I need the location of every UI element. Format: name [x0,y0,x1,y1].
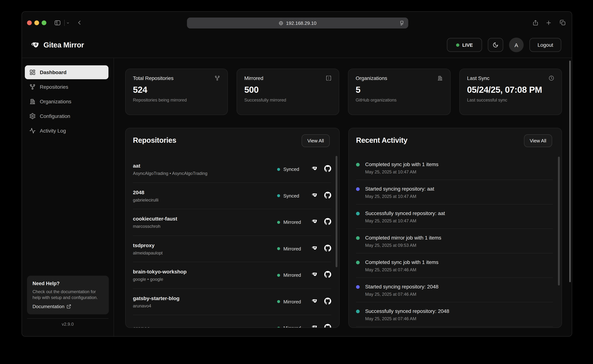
repo-status-badge: Mirrored [277,325,306,328]
back-icon[interactable] [77,20,83,26]
activity-item[interactable]: Completed sync job with 1 items May 25, … [356,156,553,180]
toolbar-divider [64,20,65,26]
git-fork-icon [29,84,36,90]
github-link[interactable] [324,218,331,227]
github-link[interactable] [324,192,331,200]
gitea-logo-icon [30,40,40,50]
theme-toggle-button[interactable] [488,38,503,52]
repo-info: gatsby-starter-blog arunavo4 [133,295,179,309]
chevron-down-icon[interactable] [66,21,70,25]
repositories-scrollbar[interactable] [336,156,337,267]
sidebar-item-organizations[interactable]: Organizations [25,95,108,108]
repo-owner: arunavo4 [133,303,179,309]
gitea-link[interactable] [312,245,318,253]
activity-item[interactable]: Completed sync job with 1 items May 25, … [356,253,553,278]
stat-card-mirrored: Mirrored 500 Successfully mirrored [237,69,339,115]
activity-time: May 25, 2025 at 09:53 AM [365,242,553,248]
repositories-view-all-button[interactable]: View All [301,134,330,147]
activity-item[interactable]: Started syncing repository: 2048 May 25,… [356,278,553,302]
sidebar-item-dashboard[interactable]: Dashboard [25,65,108,79]
activity-title: Successfully synced repository: aat [365,209,553,217]
activity-dot-icon [356,212,360,215]
github-link[interactable] [324,298,331,306]
stat-label: Mirrored [244,75,263,81]
status-dot-icon [277,300,280,303]
sidebar-nav: Dashboard Repositories Organizations Con… [25,65,108,138]
sidebar-divider [27,318,108,319]
activity-view-all-button[interactable]: View All [524,134,552,147]
repo-status-badge: Synced [277,167,306,172]
page-settings-icon[interactable] [399,20,404,26]
activity-scrollbar[interactable] [558,157,560,286]
activity-item[interactable]: Successfully synced repository: aat May … [356,204,553,229]
new-tab-icon[interactable] [546,20,552,26]
stat-value: 05/24/25, 07:08 PM [467,85,554,95]
activity-time: May 25, 2025 at 07:46 AM [365,291,553,297]
gitea-link[interactable] [312,192,318,200]
brand: Gitea Mirror [30,40,84,50]
page-scrollbar[interactable] [569,61,571,282]
github-link[interactable] [324,271,331,280]
share-icon[interactable] [532,19,539,26]
logout-button[interactable]: Logout [529,38,561,52]
stat-sub: Repositories being mirrored [133,98,220,103]
sidebar-item-label: Dashboard [40,69,66,75]
live-status-badge[interactable]: LIVE [447,38,482,52]
activity-item[interactable]: Started syncing repository: aat May 25, … [356,180,553,204]
stat-sub: GitHub organizations [356,98,443,103]
stat-sub: Last successful sync [467,98,554,103]
repo-status-badge: Mirrored [277,246,306,252]
repo-row-gatsby-starter-blog[interactable]: gatsby-starter-blog arunavo4 Mirrored [133,289,331,315]
gitea-link[interactable] [312,272,318,279]
activity-item[interactable]: Successfully synced repository: 2048 May… [356,302,553,327]
repo-row-cookiecutter-faust[interactable]: cookiecutter-faust marcosschroh Mirrored [133,209,331,236]
repo-name: 2048 [133,189,158,196]
activity-item[interactable]: Completed mirror job with 1 items May 25… [356,229,553,253]
sidebar-toggle-icon[interactable] [54,19,61,26]
address-bar[interactable]: 192.168.29.10 [187,18,408,28]
repo-name: cookiecutter-faust [133,215,177,222]
tab-overview-icon[interactable] [559,19,566,26]
repo-name: cronos [133,325,150,328]
repo-status-label: Mirrored [283,273,301,278]
repo-name: aat [133,162,207,169]
repo-row-2048[interactable]: 2048 gabrielecirulli Synced [133,183,331,209]
documentation-link[interactable]: Documentation [33,304,103,309]
avatar[interactable]: A [509,38,524,52]
sidebar: Dashboard Repositories Organizations Con… [22,58,114,336]
repositories-list: aat AsyncAlgoTrading • AsyncAlgoTrading … [133,156,331,328]
repo-name: tsdproxy [133,242,163,249]
dashboard-icon [29,69,36,76]
repo-row-tsdproxy[interactable]: tsdproxy almeidapaulopt Mirrored [133,236,331,262]
gitea-link[interactable] [312,219,318,226]
repo-info: 2048 gabrielecirulli [133,189,158,203]
github-link[interactable] [324,165,331,174]
stat-label: Organizations [356,75,387,81]
repo-row-brain-tokyo-workshop[interactable]: brain-tokyo-workshop google • google Mir… [133,262,331,289]
repositories-panel-title: Repositories [133,136,176,145]
repo-row-cronos[interactable]: cronos Mirrored [133,315,331,328]
sidebar-item-activity-log[interactable]: Activity Log [25,124,108,138]
stat-value: 524 [133,85,220,95]
repo-info: aat AsyncAlgoTrading • AsyncAlgoTrading [133,162,207,176]
repo-row-aat[interactable]: aat AsyncAlgoTrading • AsyncAlgoTrading … [133,156,331,183]
close-button[interactable] [27,20,32,25]
gitea-link[interactable] [312,166,318,173]
sidebar-item-repositories[interactable]: Repositories [25,80,108,94]
activity-list: Completed sync job with 1 items May 25, … [356,156,553,327]
repo-owner: gabrielecirulli [133,197,158,203]
stat-sub: Successfully mirrored [244,98,332,103]
activity-title: Completed sync job with 1 items [365,161,553,168]
gitea-link[interactable] [312,298,318,306]
github-link[interactable] [324,245,331,253]
minimize-button[interactable] [34,20,39,25]
github-link[interactable] [324,324,331,328]
zoom-button[interactable] [42,20,46,25]
sidebar-item-configuration[interactable]: Configuration [25,109,108,123]
gitea-link[interactable] [312,324,318,328]
stat-cards-row: Total Repositories 524 Repositories bein… [125,69,562,115]
repo-actions: Synced [277,192,331,200]
avatar-initial: A [515,42,518,48]
activity-title: Successfully synced repository: 2048 [365,307,553,315]
repo-status-label: Mirrored [283,325,301,328]
